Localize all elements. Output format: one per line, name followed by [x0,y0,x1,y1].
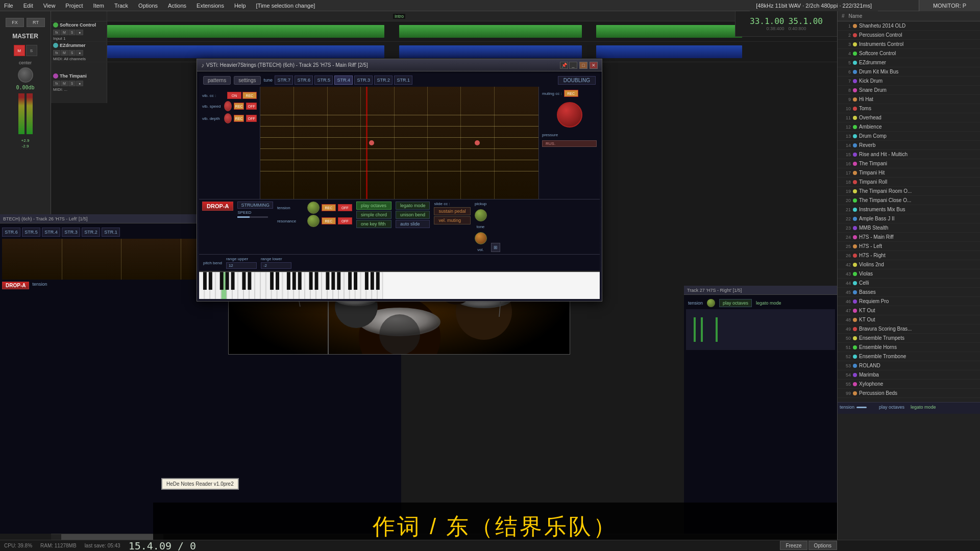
vst2-str3[interactable]: STR.3 [62,228,80,237]
vib-cc-btn1[interactable]: ON [227,92,241,99]
str5-btn[interactable]: STR.5 [314,76,333,85]
legato-mode-button[interactable]: legato mode [396,202,430,210]
track-list-item-3[interactable]: 3 Instruments Control [838,40,980,49]
softcore-clips-area[interactable] [107,21,837,41]
rec-btn-timpani[interactable]: ● [76,81,83,86]
track-list-item-4[interactable]: 4 Softcore Control [838,49,980,58]
track-list-item-24[interactable]: 24 H7S - Main Riff [838,233,980,242]
softcore-clip-3[interactable] [596,25,742,38]
vib-speed-rec[interactable]: REC [234,103,244,110]
vst2-str1[interactable]: STR.1 [102,228,120,237]
track-list-item-46[interactable]: 46 Requiem Pro [838,297,980,306]
sustain-pedal-button[interactable]: sustain pedal [434,207,470,215]
vst3-tension-knob[interactable] [707,299,715,307]
muting-cc-rec[interactable]: REC [564,90,578,97]
piano-keyboard[interactable]: // This is just decorative SVG, keys rep… [199,271,600,299]
white-key-g2[interactable] [260,272,265,299]
track-list-item-12[interactable]: 12 Ambience [838,122,980,132]
menu-edit[interactable]: Edit [21,2,35,10]
vst-min-button[interactable]: _ [569,62,577,69]
volume-knob[interactable] [18,67,33,83]
track-list-item-8[interactable]: 8 Snare Drum [838,86,980,95]
track-list-item-5[interactable]: 5 EZdrummer [838,58,980,67]
track-list-item-25[interactable]: 25 H7S - Left [838,242,980,251]
track-list-item-22[interactable]: 22 Ample Bass J II [838,214,980,223]
vst2-str6[interactable]: STR.6 [2,228,20,237]
track-list-item-44[interactable]: 44 Celli [838,279,980,288]
black-key-ds1[interactable] [209,272,212,290]
menu-project[interactable]: Project [63,2,85,10]
black-key-gs1[interactable] [226,272,229,290]
track-list-item-7[interactable]: 7 Kick Drum [838,77,980,86]
track-list-item-51[interactable]: 51 Ensemble Horns [838,343,980,352]
vst-close-button[interactable]: ✕ [590,62,598,69]
track-list-item-47[interactable]: 47 KT Out [838,306,980,315]
mute-btn-ezdrummer[interactable]: M [61,50,68,56]
speed-slider[interactable] [237,216,268,218]
track-list-item-16[interactable]: 16 The Timpani [838,159,980,168]
freeze-button[interactable]: Freeze [780,541,807,550]
track-list-item-10[interactable]: 10 Toms [838,104,980,113]
one-key-fifth-button[interactable]: one key fifth [356,220,391,228]
rus-button[interactable]: RUS. [542,140,597,147]
black-key-cs1[interactable] [203,272,207,290]
simple-chord-button[interactable]: simple chord [356,211,391,219]
vst2-str2[interactable]: STR.2 [82,228,100,237]
str3-btn[interactable]: STR.3 [354,76,373,85]
track-list-item-49[interactable]: 49 Bravura Scoring Bras... [838,324,980,334]
mute-btn-timpani[interactable]: M [61,81,68,86]
track-list-item-14[interactable]: 14 Reverb [838,141,980,150]
vol-knob[interactable] [475,232,487,244]
track-list-item-23[interactable]: 23 MMB Stealth [838,223,980,233]
piano-keys-svg[interactable]: // This is just decorative SVG, keys rep… [199,272,600,299]
track-list-item-53[interactable]: 53 ROLAND [838,361,980,370]
solo-btn-ezdrummer[interactable]: S [68,50,76,56]
resonance-btn[interactable]: OFF [338,217,352,224]
track-list-item-20[interactable]: 20 The Timpani Close O... [838,196,980,205]
track-list-item-2[interactable]: 2 Percussion Control [838,31,980,40]
track-list-item-11[interactable]: 11 Overhead [838,113,980,122]
str6-btn[interactable]: STR.6 [295,76,313,85]
track-list-item-15[interactable]: 15 Rise and Hit - Multich [838,150,980,159]
expand-button[interactable]: ⊞ [491,243,500,252]
black-key-fs1[interactable] [220,272,224,290]
black-key-cs2[interactable] [242,272,246,290]
tension-knob[interactable] [307,202,320,214]
tone-knob[interactable] [475,209,487,221]
vel-muting-button[interactable]: vel. muting [434,216,470,224]
track-list-item-42[interactable]: 42 Violins 2nd [838,260,980,269]
routing-button[interactable]: RT [27,18,45,27]
solo-btn-timpani[interactable]: S [68,81,76,86]
fx-btn-ezdrummer[interactable]: fx [53,50,60,56]
ezdrummer-clip-3[interactable] [596,45,742,58]
vib-depth-btn[interactable]: OFF [246,115,257,122]
play-octaves-button[interactable]: play octaves [356,202,391,210]
unison-bend-button[interactable]: unison bend [396,211,430,219]
vib-depth-rec[interactable]: REC [234,115,244,122]
fx-btn-timpani[interactable]: fx [53,81,60,86]
vst2-drop-a[interactable]: DROP-A [2,282,29,289]
fx-btn-softcore[interactable]: fx [53,30,60,35]
resonance-rec[interactable]: REC [322,217,336,224]
options-button[interactable]: Options [808,541,837,550]
track-list-item-18[interactable]: 18 Timpani Roll [838,178,980,187]
vib-speed-knob[interactable] [224,101,232,111]
range-lower-input[interactable] [261,262,291,269]
track-list-item-9[interactable]: 9 Hi Hat [838,95,980,104]
str2-btn[interactable]: STR.2 [374,76,393,85]
menu-help[interactable]: Help [232,2,248,10]
ezdrummer-clip-1[interactable] [107,45,384,58]
rec-btn-softcore[interactable]: ● [76,30,83,35]
track-list-item-55[interactable]: 55 Xylophone [838,380,980,389]
vst2-str5[interactable]: STR.5 [22,228,40,237]
patterns-button[interactable]: patterns [203,76,231,85]
vib-speed-btn[interactable]: OFF [246,103,257,110]
str7-btn[interactable]: STR.7 [275,76,293,85]
track-list-item-48[interactable]: 48 KT Out [838,315,980,324]
track-list-item-54[interactable]: 54 Marimba [838,370,980,380]
vst-max-button[interactable]: □ [579,62,587,69]
solo-btn-softcore[interactable]: S [68,30,76,35]
menu-file[interactable]: File [2,2,15,10]
tension-btn[interactable]: OFF [338,204,352,211]
softcore-clip-1[interactable] [107,25,384,38]
